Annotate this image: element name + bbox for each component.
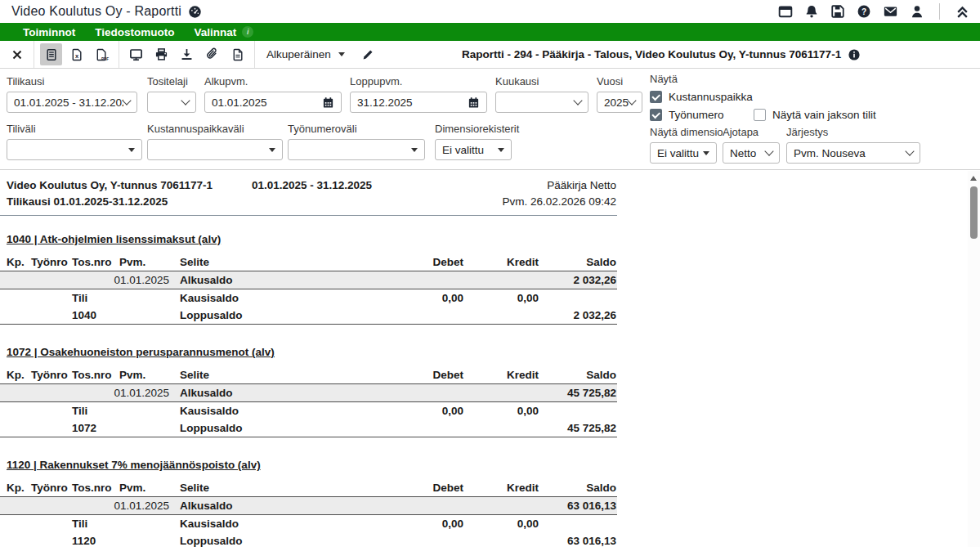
col-tyonro: Työnro bbox=[25, 482, 65, 494]
checkbox-nayta-vain-jakson-tilit[interactable]: Näytä vain jakson tilit bbox=[754, 109, 876, 121]
checkbox-kustannuspaikka[interactable]: Kustannuspaikka bbox=[650, 91, 753, 103]
edit-button[interactable] bbox=[357, 43, 379, 65]
cell-selite: Alkusaldo bbox=[173, 387, 375, 399]
checkbox-unchecked-icon bbox=[754, 109, 766, 121]
table-header-row: Kp. Työnro Tos.nro Pvm. Selite Debet Kre… bbox=[0, 478, 617, 497]
save-icon[interactable] bbox=[830, 4, 845, 19]
tyonumerovali-combo[interactable] bbox=[288, 139, 425, 160]
cell-saldo: 2 032,26 bbox=[539, 309, 617, 321]
cell-selite: Loppusaldo bbox=[173, 535, 375, 547]
chevron-down-icon bbox=[627, 96, 636, 105]
col-tosnro: Tos.nro bbox=[65, 482, 113, 494]
file-icon[interactable] bbox=[226, 43, 248, 65]
col-saldo: Saldo bbox=[539, 256, 617, 268]
report-viewport: Video Koulutus Oy, Y-tunnus 7061177-1 01… bbox=[0, 170, 968, 547]
pdf-export-button[interactable]: PDF bbox=[91, 43, 113, 65]
col-saldo: Saldo bbox=[539, 369, 617, 381]
caret-down-icon bbox=[703, 151, 709, 155]
cell-saldo: 63 016,13 bbox=[539, 535, 617, 547]
cell-pvm: 01.01.2025 bbox=[113, 500, 173, 512]
vuosi-select[interactable]: 2025 bbox=[597, 92, 642, 113]
monitor-icon[interactable] bbox=[125, 43, 147, 65]
ajotapa-select[interactable]: Netto bbox=[723, 142, 780, 164]
dimensiorekisterit-label: Dimensiorekisterit bbox=[435, 123, 512, 135]
collapse-up-icon[interactable] bbox=[955, 4, 970, 20]
report-header-line1: Video Koulutus Oy, Y-tunnus 7061177-1 01… bbox=[0, 177, 617, 193]
checkbox-tyonumero[interactable]: Työnumero bbox=[650, 109, 724, 121]
calendar-icon[interactable] bbox=[468, 96, 480, 109]
kustannuspaikkavali-combo[interactable] bbox=[147, 139, 283, 160]
app-window: Video Koulutus Oy - Raportti ? bbox=[0, 0, 980, 547]
excel-export-button[interactable]: x bbox=[65, 43, 87, 65]
jarjestys-select[interactable]: Pvm. Nouseva bbox=[786, 142, 920, 164]
scrollbar-thumb[interactable] bbox=[970, 186, 978, 239]
cell-debet: 0,00 bbox=[375, 405, 463, 417]
user-icon[interactable] bbox=[910, 4, 924, 19]
toolbar-separator bbox=[254, 41, 255, 68]
report-view-button[interactable] bbox=[40, 43, 62, 65]
cell-kredit: 0,00 bbox=[463, 292, 539, 304]
info-icon[interactable] bbox=[848, 48, 861, 61]
dimensiorekisterit-combo[interactable]: Ei valittu bbox=[435, 139, 512, 160]
filter-loppupvm: Loppupvm. bbox=[350, 75, 487, 113]
kuukausi-label: Kuukausi bbox=[495, 75, 588, 87]
cell-selite: Kausisaldo bbox=[173, 405, 375, 417]
dimensiorekisterit-value: Ei valittu bbox=[442, 144, 498, 156]
jakson-tilit-label: Näytä vain jakson tilit bbox=[772, 109, 876, 121]
filter-panel: Tilikausi 01.01.2025 - 31.12.2025 Tosite… bbox=[0, 69, 980, 170]
menu-valinnat[interactable]: Valinnat i bbox=[194, 26, 253, 38]
download-button[interactable] bbox=[176, 43, 198, 65]
account-title: 1120 | Rakennukset 7% menojäännöspoisto … bbox=[7, 459, 617, 473]
close-button[interactable] bbox=[6, 43, 28, 65]
vertical-scrollbar[interactable] bbox=[968, 171, 980, 547]
caret-down-icon bbox=[338, 52, 345, 56]
kuukausi-select[interactable] bbox=[495, 92, 588, 113]
company-name: Video Koulutus Oy, Y-tunnus 7061177-1 bbox=[7, 179, 252, 191]
alkupvm-input[interactable] bbox=[212, 96, 322, 109]
tilikausi-select[interactable]: 01.01.2025 - 31.12.2025 bbox=[7, 92, 137, 113]
account-section: 1040 | Atk-ohjelmien lisenssimaksut (alv… bbox=[0, 233, 617, 325]
loppupvm-label: Loppupvm. bbox=[350, 75, 487, 87]
table-row: Tili Kausisaldo 0,00 0,00 bbox=[0, 515, 617, 532]
tyonumerovali-label: Työnumeroväli bbox=[288, 123, 425, 135]
cell-selite: Loppusaldo bbox=[173, 309, 375, 321]
window-icon[interactable] bbox=[778, 4, 793, 19]
table-header-row: Kp. Työnro Tos.nro Pvm. Selite Debet Kre… bbox=[0, 365, 617, 384]
tilivali-combo[interactable] bbox=[7, 139, 142, 160]
menu-valinnat-label: Valinnat bbox=[194, 26, 236, 38]
tositelaji-select[interactable] bbox=[147, 92, 196, 113]
view-mode-select[interactable]: Alkuperäinen bbox=[259, 48, 352, 61]
table-row: Tili Kausisaldo 0,00 0,00 bbox=[0, 402, 617, 419]
menu-tiedostomuoto[interactable]: Tiedostomuoto bbox=[95, 26, 174, 38]
titlebar-actions: ? bbox=[778, 0, 970, 23]
col-kredit: Kredit bbox=[463, 369, 539, 381]
chevron-down-icon bbox=[122, 96, 131, 105]
page-title: Video Koulutus Oy - Raportti bbox=[11, 4, 181, 19]
menu-toiminnot[interactable]: Toiminnot bbox=[23, 26, 75, 38]
help-icon[interactable]: ? bbox=[857, 4, 871, 19]
cell-kredit: 0,00 bbox=[463, 405, 539, 417]
vuosi-value: 2025 bbox=[604, 96, 629, 109]
table-row: 01.01.2025 Alkusaldo 45 725,82 bbox=[0, 384, 617, 402]
filter-jarjestys: Järjestys Pvm. Nouseva bbox=[786, 126, 920, 164]
account-section: 1072 | Osakehuoneiston perusparannusmeno… bbox=[0, 346, 617, 437]
nayta-dimensio-combo[interactable]: Ei valittu bbox=[650, 142, 717, 164]
col-pvm: Pvm. bbox=[113, 256, 173, 268]
table-row: Tili Kausisaldo 0,00 0,00 bbox=[0, 289, 617, 307]
chevron-down-icon bbox=[764, 146, 773, 155]
svg-text:x: x bbox=[74, 52, 78, 60]
loppupvm-input[interactable] bbox=[357, 96, 468, 109]
mail-icon[interactable] bbox=[883, 4, 898, 19]
cell-tosnro: Tili bbox=[65, 405, 113, 417]
kustannuspaikka-label: Kustannuspaikka bbox=[669, 91, 753, 103]
calendar-icon[interactable] bbox=[322, 96, 334, 109]
scroll-up-arrow-icon[interactable] bbox=[970, 176, 977, 181]
chevron-down-icon bbox=[181, 96, 190, 105]
table-row: 01.01.2025 Alkusaldo 63 016,13 bbox=[0, 497, 617, 515]
nayta-dimensio-label: Näytä dimensio bbox=[650, 126, 717, 138]
filter-kustannuspaikkavali: Kustannuspaikkaväli bbox=[147, 123, 283, 160]
account-section: 1120 | Rakennukset 7% menojäännöspoisto … bbox=[0, 459, 617, 547]
attachment-icon[interactable] bbox=[201, 43, 223, 65]
print-button[interactable] bbox=[150, 43, 172, 65]
bell-icon[interactable] bbox=[804, 4, 819, 19]
